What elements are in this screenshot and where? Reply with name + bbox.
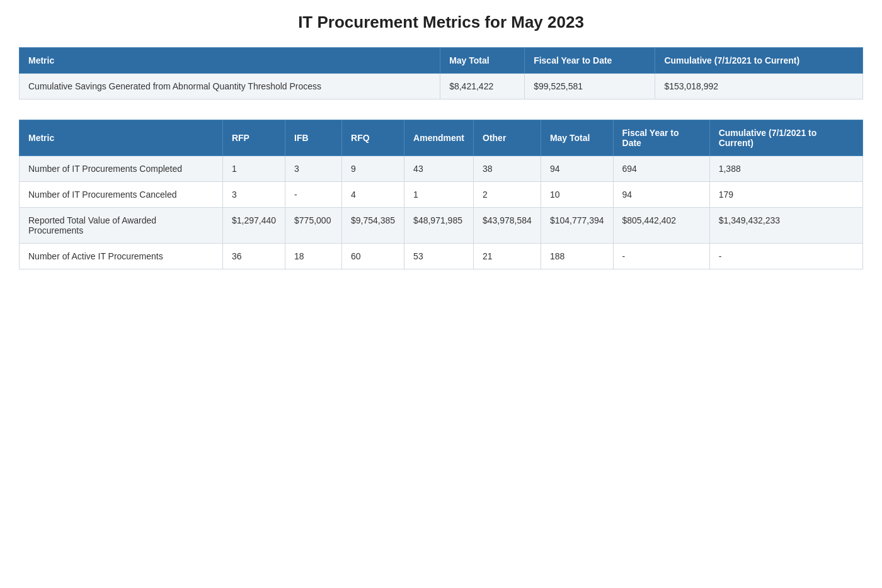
table1-cell-fiscal-year: $99,525,581 [525, 74, 655, 99]
table2-header-metric: Metric [20, 120, 223, 156]
table2-cell-fiscal-year: - [613, 244, 709, 269]
table2-cell-rfp: 3 [222, 182, 285, 208]
table2-cell-amendment: $48,971,985 [404, 208, 474, 244]
table1-row: Cumulative Savings Generated from Abnorm… [20, 74, 863, 99]
table1-wrapper: Metric May Total Fiscal Year to Date Cum… [19, 47, 863, 99]
table2-cell-rfq: 9 [342, 156, 404, 182]
page-title: IT Procurement Metrics for May 2023 [19, 13, 863, 32]
table2-cell-ifb: - [285, 182, 342, 208]
table2-row: Number of IT Procurements Completed 1 3 … [20, 156, 863, 182]
table2-cell-cumulative: 1,388 [709, 156, 862, 182]
table2-cell-cumulative: $1,349,432,233 [709, 208, 862, 244]
table2-cell-amendment: 43 [404, 156, 474, 182]
table2-cell-metric: Reported Total Value of Awarded Procurem… [20, 208, 223, 244]
table2-header-amendment: Amendment [404, 120, 474, 156]
table2-cell-may-total: 94 [541, 156, 613, 182]
table2-cell-rfq: $9,754,385 [342, 208, 404, 244]
table2-cell-may-total: 10 [541, 182, 613, 208]
table2-wrapper: Metric RFP IFB RFQ Amendment Other May T… [19, 120, 863, 269]
table1-header-metric: Metric [20, 48, 440, 74]
table2-header-row: Metric RFP IFB RFQ Amendment Other May T… [20, 120, 863, 156]
table2-cell-metric: Number of IT Procurements Canceled [20, 182, 223, 208]
table2-cell-other: 21 [474, 244, 541, 269]
table2-cell-may-total: 188 [541, 244, 613, 269]
table2-cell-cumulative: 179 [709, 182, 862, 208]
table2-cell-rfp: 1 [222, 156, 285, 182]
table2-row: Reported Total Value of Awarded Procurem… [20, 208, 863, 244]
table2-header-other: Other [474, 120, 541, 156]
table1-header-row: Metric May Total Fiscal Year to Date Cum… [20, 48, 863, 74]
table2-header-rfp: RFP [222, 120, 285, 156]
table2-cell-cumulative: - [709, 244, 862, 269]
table2-header-cumulative: Cumulative (7/1/2021 to Current) [709, 120, 862, 156]
table2-cell-fiscal-year: $805,442,402 [613, 208, 709, 244]
table1-cell-metric: Cumulative Savings Generated from Abnorm… [20, 74, 440, 99]
table1: Metric May Total Fiscal Year to Date Cum… [19, 47, 863, 99]
table2: Metric RFP IFB RFQ Amendment Other May T… [19, 120, 863, 269]
table2-cell-metric: Number of Active IT Procurements [20, 244, 223, 269]
table2-cell-rfp: 36 [222, 244, 285, 269]
table2-cell-ifb: $775,000 [285, 208, 342, 244]
table2-cell-amendment: 53 [404, 244, 474, 269]
table2-cell-rfq: 4 [342, 182, 404, 208]
table1-header-fiscal-year: Fiscal Year to Date [525, 48, 655, 74]
table2-cell-ifb: 18 [285, 244, 342, 269]
table2-cell-other: $43,978,584 [474, 208, 541, 244]
table2-cell-rfq: 60 [342, 244, 404, 269]
table2-row: Number of Active IT Procurements 36 18 6… [20, 244, 863, 269]
table2-cell-other: 38 [474, 156, 541, 182]
table2-header-ifb: IFB [285, 120, 342, 156]
table1-header-may-total: May Total [440, 48, 525, 74]
table2-cell-fiscal-year: 694 [613, 156, 709, 182]
table1-cell-cumulative: $153,018,992 [655, 74, 863, 99]
table2-cell-other: 2 [474, 182, 541, 208]
table2-cell-fiscal-year: 94 [613, 182, 709, 208]
table2-cell-metric: Number of IT Procurements Completed [20, 156, 223, 182]
table2-cell-may-total: $104,777,394 [541, 208, 613, 244]
table1-header-cumulative: Cumulative (7/1/2021 to Current) [655, 48, 863, 74]
table2-cell-rfp: $1,297,440 [222, 208, 285, 244]
table2-header-rfq: RFQ [342, 120, 404, 156]
table2-header-may-total: May Total [541, 120, 613, 156]
table2-cell-ifb: 3 [285, 156, 342, 182]
table2-cell-amendment: 1 [404, 182, 474, 208]
table2-header-fiscal-year: Fiscal Year to Date [613, 120, 709, 156]
table1-cell-may-total: $8,421,422 [440, 74, 525, 99]
table2-row: Number of IT Procurements Canceled 3 - 4… [20, 182, 863, 208]
